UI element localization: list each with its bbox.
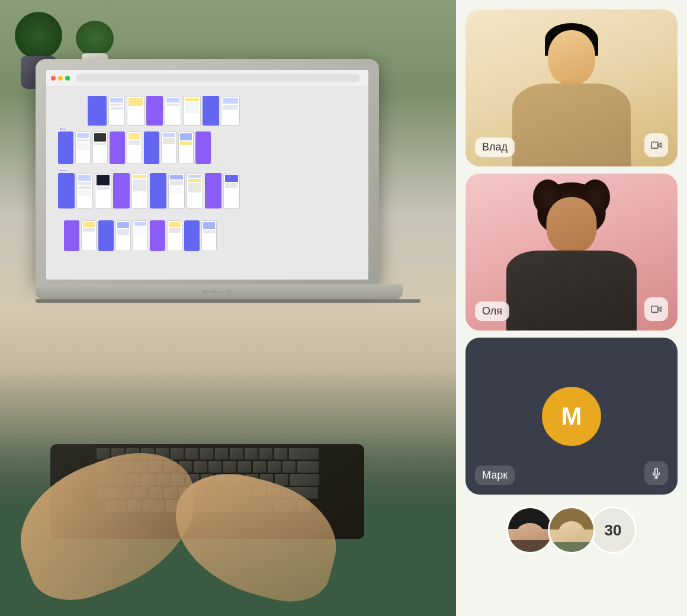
olya-name-badge: Оля xyxy=(475,301,509,321)
wf-cards-row2: iPhone xyxy=(58,131,211,164)
browser-url-bar[interactable] xyxy=(76,74,360,82)
key xyxy=(253,461,266,474)
wf-card-8 xyxy=(221,96,240,126)
wf-card-r2-1 xyxy=(58,131,73,164)
participants-row: 30 xyxy=(466,502,678,559)
key xyxy=(208,461,221,474)
key xyxy=(282,461,296,474)
video-tile-olya: Оля xyxy=(466,174,678,331)
mark-name-badge: Марк xyxy=(475,466,515,485)
wf-card-r4-4 xyxy=(115,220,131,251)
wf-card-r2-8 xyxy=(178,131,194,164)
wf-card-r4-8 xyxy=(184,220,200,251)
olya-body xyxy=(506,251,637,331)
wf-card-r3-10 xyxy=(223,173,240,208)
key xyxy=(185,448,198,461)
wf-card-r2-9 xyxy=(195,131,211,164)
wf-card-r3-7 xyxy=(168,173,185,208)
wf-card-r3-5 xyxy=(131,173,148,208)
browser-chrome xyxy=(46,70,368,86)
key xyxy=(274,448,287,461)
wf-card-r3-1 xyxy=(58,173,75,208)
wf-card-4 xyxy=(146,96,163,126)
wf-card-r3-3 xyxy=(95,173,111,208)
laptop-hinge xyxy=(36,299,420,303)
key xyxy=(200,448,213,461)
camera-icon xyxy=(651,140,662,150)
mark-avatar: М xyxy=(542,387,601,446)
wf-card-r3-2 xyxy=(76,173,93,208)
vlad-body xyxy=(512,84,631,166)
wf-card-r2-7 xyxy=(161,131,176,164)
wf-card-r4-6 xyxy=(150,220,165,251)
wf-card-r4-5 xyxy=(133,220,148,251)
vlad-name-badge: Влад xyxy=(475,137,515,157)
key-return xyxy=(290,474,319,487)
key xyxy=(171,448,184,461)
participant-count-badge: 30 xyxy=(589,506,637,554)
left-panel: Text xyxy=(0,0,456,616)
right-panel: Влад Оля xyxy=(456,0,687,616)
video-tile-vlad: Влад xyxy=(466,9,678,166)
key xyxy=(223,461,236,474)
laptop: Text xyxy=(36,59,403,326)
wf-cards-row3: Screens xyxy=(58,173,240,208)
wf-card-r2-3 xyxy=(92,131,108,164)
wf-card-r4-7 xyxy=(167,220,182,251)
laptop-screen: Text xyxy=(46,70,368,280)
wf-card-r2-2 xyxy=(75,131,91,164)
laptop-brand-label: MacBook Pro xyxy=(203,289,236,294)
wf-card-2 xyxy=(108,96,125,126)
plant-leaves-right xyxy=(76,21,114,56)
laptop-base: MacBook Pro xyxy=(36,284,403,299)
mic-icon xyxy=(651,468,662,479)
participant-avatar-1 xyxy=(506,506,554,554)
wf-cards-row4 xyxy=(64,220,217,251)
key xyxy=(230,448,243,461)
key xyxy=(259,448,272,461)
vlad-silhouette xyxy=(503,18,640,166)
olya-camera-badge[interactable] xyxy=(644,297,668,321)
traffic-light-green xyxy=(65,76,70,81)
figma-canvas: Text xyxy=(46,86,368,280)
wf-card-3 xyxy=(127,96,145,126)
wf-card-r3-9 xyxy=(205,173,221,208)
wf-card-r2-5 xyxy=(127,131,142,164)
traffic-light-yellow xyxy=(58,76,63,81)
svg-rect-1 xyxy=(651,306,658,313)
key-row-1 xyxy=(54,448,361,461)
participant-count-label: 30 xyxy=(605,521,622,540)
wf-card-r2-4 xyxy=(110,131,125,164)
mark-name-label: Марк xyxy=(482,469,508,481)
key xyxy=(238,461,251,474)
wf-card-r4-1 xyxy=(64,220,79,251)
svg-rect-0 xyxy=(651,142,658,149)
mark-avatar-letter: М xyxy=(561,402,582,431)
wf-card-r3-8 xyxy=(187,173,203,208)
vlad-camera-badge[interactable] xyxy=(644,133,668,157)
key xyxy=(268,461,281,474)
wireframe-area: Text xyxy=(52,91,313,269)
wf-card-r4-3 xyxy=(98,220,114,251)
key xyxy=(245,448,258,461)
wf-card-r4-2 xyxy=(81,220,97,251)
vlad-face xyxy=(548,30,595,85)
camera-icon-olya xyxy=(651,304,662,315)
wf-cards-row1 xyxy=(88,96,240,126)
traffic-light-red xyxy=(51,76,56,81)
wf-card-r2-6 xyxy=(144,131,159,164)
vlad-name-label: Влад xyxy=(482,141,508,153)
olya-face xyxy=(547,197,597,254)
mark-mic-badge[interactable] xyxy=(644,461,668,485)
wf-card-r3-6 xyxy=(150,173,166,208)
olya-name-label: Оля xyxy=(482,305,502,317)
video-tile-mark: М Марк xyxy=(466,338,678,495)
wf-card-r4-9 xyxy=(201,220,217,251)
key-return-top xyxy=(297,461,319,474)
wf-card-r3-4 xyxy=(113,173,130,208)
key xyxy=(194,461,207,474)
wf-card-6 xyxy=(183,96,201,126)
wf-card-5 xyxy=(165,96,181,126)
key-backspace xyxy=(289,448,319,461)
wf-card-7 xyxy=(203,96,219,126)
